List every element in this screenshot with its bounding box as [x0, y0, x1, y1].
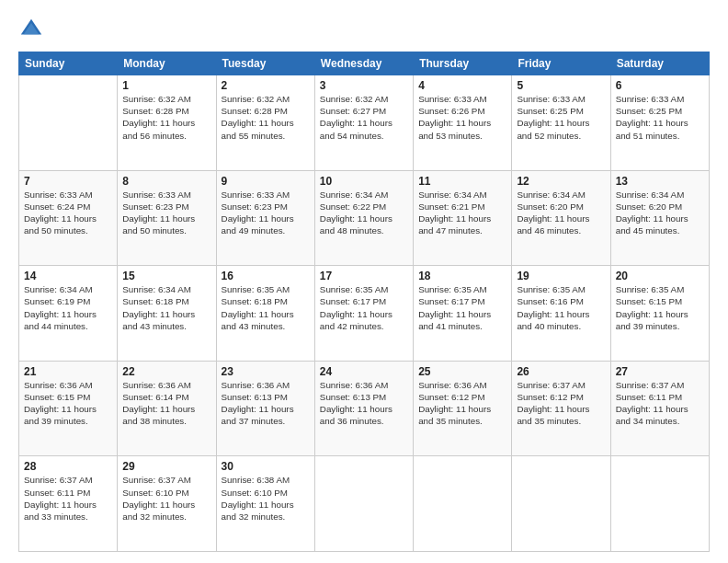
day-info: Sunrise: 6:36 AM Sunset: 6:13 PM Dayligh…	[320, 379, 408, 428]
day-info: Sunrise: 6:34 AM Sunset: 6:20 PM Dayligh…	[517, 189, 605, 237]
day-number: 1	[122, 79, 210, 92]
day-info: Sunrise: 6:36 AM Sunset: 6:15 PM Dayligh…	[24, 379, 112, 428]
weekday-header-monday: Monday	[118, 52, 216, 75]
calendar-cell: 25Sunrise: 6:36 AM Sunset: 6:12 PM Dayli…	[414, 361, 512, 456]
calendar-cell: 19Sunrise: 6:35 AM Sunset: 6:16 PM Dayli…	[512, 266, 610, 362]
calendar-cell: 27Sunrise: 6:37 AM Sunset: 6:11 PM Dayli…	[610, 361, 709, 456]
calendar-cell: 8Sunrise: 6:33 AM Sunset: 6:23 PM Daylig…	[118, 170, 216, 266]
calendar-cell: 9Sunrise: 6:33 AM Sunset: 6:23 PM Daylig…	[216, 170, 314, 266]
day-info: Sunrise: 6:33 AM Sunset: 6:23 PM Dayligh…	[122, 189, 210, 237]
day-number: 15	[122, 270, 210, 282]
day-number: 27	[616, 365, 704, 378]
day-number: 5	[517, 79, 605, 92]
calendar: SundayMondayTuesdayWednesdayThursdayFrid…	[18, 52, 710, 552]
calendar-cell: 1Sunrise: 6:32 AM Sunset: 6:28 PM Daylig…	[118, 75, 216, 171]
logo	[18, 17, 48, 42]
day-info: Sunrise: 6:33 AM Sunset: 6:24 PM Dayligh…	[24, 189, 112, 237]
calendar-cell: 13Sunrise: 6:34 AM Sunset: 6:20 PM Dayli…	[610, 170, 709, 266]
header	[18, 17, 710, 42]
day-info: Sunrise: 6:33 AM Sunset: 6:25 PM Dayligh…	[616, 93, 704, 142]
day-number: 4	[418, 79, 506, 92]
calendar-cell	[414, 456, 512, 552]
day-number: 11	[418, 175, 506, 188]
day-info: Sunrise: 6:34 AM Sunset: 6:22 PM Dayligh…	[320, 189, 408, 237]
day-info: Sunrise: 6:33 AM Sunset: 6:25 PM Dayligh…	[517, 93, 605, 142]
calendar-week-4: 21Sunrise: 6:36 AM Sunset: 6:15 PM Dayli…	[19, 361, 710, 456]
calendar-cell: 15Sunrise: 6:34 AM Sunset: 6:18 PM Dayli…	[118, 266, 216, 362]
logo-icon	[18, 17, 44, 42]
calendar-cell	[610, 456, 709, 552]
calendar-cell: 5Sunrise: 6:33 AM Sunset: 6:25 PM Daylig…	[512, 75, 610, 171]
weekday-header-sunday: Sunday	[19, 52, 118, 75]
day-info: Sunrise: 6:34 AM Sunset: 6:21 PM Dayligh…	[418, 189, 506, 237]
day-number: 24	[320, 365, 408, 378]
calendar-cell: 14Sunrise: 6:34 AM Sunset: 6:19 PM Dayli…	[19, 266, 118, 362]
day-number: 20	[616, 270, 704, 282]
day-info: Sunrise: 6:37 AM Sunset: 6:11 PM Dayligh…	[24, 474, 112, 523]
calendar-cell: 12Sunrise: 6:34 AM Sunset: 6:20 PM Dayli…	[512, 170, 610, 266]
calendar-week-2: 7Sunrise: 6:33 AM Sunset: 6:24 PM Daylig…	[19, 170, 710, 266]
calendar-cell: 18Sunrise: 6:35 AM Sunset: 6:17 PM Dayli…	[414, 266, 512, 362]
day-info: Sunrise: 6:38 AM Sunset: 6:10 PM Dayligh…	[222, 474, 310, 523]
calendar-cell	[512, 456, 610, 552]
calendar-cell: 26Sunrise: 6:37 AM Sunset: 6:12 PM Dayli…	[512, 361, 610, 456]
weekday-header-friday: Friday	[512, 52, 610, 75]
calendar-cell: 4Sunrise: 6:33 AM Sunset: 6:26 PM Daylig…	[414, 75, 512, 171]
calendar-week-5: 28Sunrise: 6:37 AM Sunset: 6:11 PM Dayli…	[19, 456, 710, 552]
day-number: 18	[418, 270, 506, 282]
day-info: Sunrise: 6:36 AM Sunset: 6:14 PM Dayligh…	[122, 379, 210, 428]
day-info: Sunrise: 6:34 AM Sunset: 6:20 PM Dayligh…	[616, 189, 704, 237]
calendar-week-3: 14Sunrise: 6:34 AM Sunset: 6:19 PM Dayli…	[19, 266, 710, 362]
calendar-cell: 23Sunrise: 6:36 AM Sunset: 6:13 PM Dayli…	[216, 361, 314, 456]
day-number: 7	[24, 175, 112, 188]
day-number: 3	[320, 79, 408, 92]
day-number: 14	[24, 270, 112, 282]
day-number: 26	[517, 365, 605, 378]
calendar-cell: 20Sunrise: 6:35 AM Sunset: 6:15 PM Dayli…	[610, 266, 709, 362]
calendar-cell: 30Sunrise: 6:38 AM Sunset: 6:10 PM Dayli…	[216, 456, 314, 552]
day-info: Sunrise: 6:35 AM Sunset: 6:17 PM Dayligh…	[320, 283, 408, 332]
calendar-cell: 28Sunrise: 6:37 AM Sunset: 6:11 PM Dayli…	[19, 456, 118, 552]
weekday-header-thursday: Thursday	[414, 52, 512, 75]
calendar-cell: 3Sunrise: 6:32 AM Sunset: 6:27 PM Daylig…	[314, 75, 413, 171]
day-info: Sunrise: 6:35 AM Sunset: 6:17 PM Dayligh…	[418, 283, 506, 332]
calendar-cell: 16Sunrise: 6:35 AM Sunset: 6:18 PM Dayli…	[216, 266, 314, 362]
day-info: Sunrise: 6:33 AM Sunset: 6:23 PM Dayligh…	[222, 189, 310, 237]
day-number: 2	[222, 79, 310, 92]
weekday-header-saturday: Saturday	[610, 52, 709, 75]
day-info: Sunrise: 6:36 AM Sunset: 6:13 PM Dayligh…	[222, 379, 310, 428]
day-info: Sunrise: 6:35 AM Sunset: 6:16 PM Dayligh…	[517, 283, 605, 332]
day-number: 13	[616, 175, 704, 188]
day-number: 29	[122, 460, 210, 473]
weekday-header-tuesday: Tuesday	[216, 52, 314, 75]
day-info: Sunrise: 6:37 AM Sunset: 6:12 PM Dayligh…	[517, 379, 605, 428]
day-number: 9	[222, 175, 310, 188]
calendar-week-1: 1Sunrise: 6:32 AM Sunset: 6:28 PM Daylig…	[19, 75, 710, 171]
day-number: 23	[222, 365, 310, 378]
page: SundayMondayTuesdayWednesdayThursdayFrid…	[0, 0, 728, 563]
calendar-cell: 21Sunrise: 6:36 AM Sunset: 6:15 PM Dayli…	[19, 361, 118, 456]
weekday-header-row: SundayMondayTuesdayWednesdayThursdayFrid…	[19, 52, 710, 75]
calendar-body: 1Sunrise: 6:32 AM Sunset: 6:28 PM Daylig…	[19, 75, 710, 552]
day-info: Sunrise: 6:34 AM Sunset: 6:19 PM Dayligh…	[24, 283, 112, 332]
calendar-cell: 11Sunrise: 6:34 AM Sunset: 6:21 PM Dayli…	[414, 170, 512, 266]
calendar-cell: 6Sunrise: 6:33 AM Sunset: 6:25 PM Daylig…	[610, 75, 709, 171]
day-number: 10	[320, 175, 408, 188]
day-number: 16	[222, 270, 310, 282]
day-number: 12	[517, 175, 605, 188]
day-number: 28	[24, 460, 112, 473]
calendar-cell	[314, 456, 413, 552]
day-number: 22	[122, 365, 210, 378]
calendar-cell: 24Sunrise: 6:36 AM Sunset: 6:13 PM Dayli…	[314, 361, 413, 456]
day-number: 19	[517, 270, 605, 282]
day-info: Sunrise: 6:33 AM Sunset: 6:26 PM Dayligh…	[418, 93, 506, 142]
calendar-cell: 29Sunrise: 6:37 AM Sunset: 6:10 PM Dayli…	[118, 456, 216, 552]
calendar-cell: 17Sunrise: 6:35 AM Sunset: 6:17 PM Dayli…	[314, 266, 413, 362]
calendar-cell: 10Sunrise: 6:34 AM Sunset: 6:22 PM Dayli…	[314, 170, 413, 266]
day-info: Sunrise: 6:35 AM Sunset: 6:18 PM Dayligh…	[222, 283, 310, 332]
calendar-cell: 22Sunrise: 6:36 AM Sunset: 6:14 PM Dayli…	[118, 361, 216, 456]
weekday-header-wednesday: Wednesday	[314, 52, 413, 75]
day-info: Sunrise: 6:37 AM Sunset: 6:11 PM Dayligh…	[616, 379, 704, 428]
day-info: Sunrise: 6:35 AM Sunset: 6:15 PM Dayligh…	[616, 283, 704, 332]
day-number: 25	[418, 365, 506, 378]
